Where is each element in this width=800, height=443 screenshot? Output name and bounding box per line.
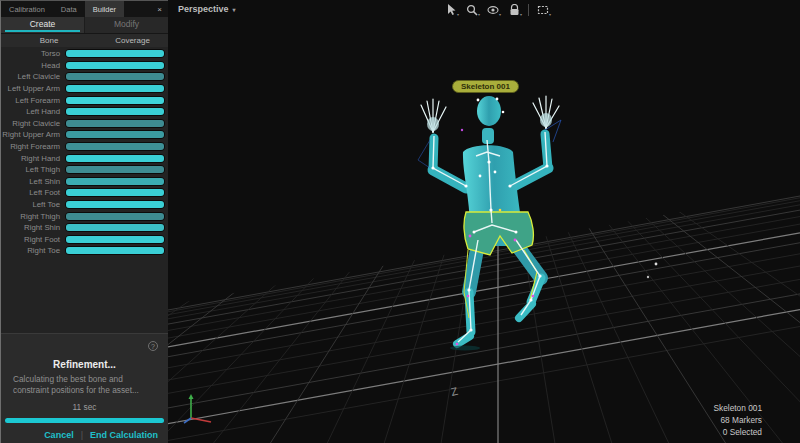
bone-row[interactable]: Left Thigh bbox=[1, 164, 165, 176]
action-separator: | bbox=[81, 430, 83, 440]
orbit-tool-icon[interactable]: ▾ bbox=[507, 3, 521, 17]
refinement-progress-fill bbox=[5, 418, 164, 423]
bone-row[interactable]: Left Upper Arm bbox=[1, 83, 165, 95]
3d-viewport[interactable]: Z bbox=[168, 0, 800, 443]
bone-row[interactable]: Right Thigh bbox=[1, 210, 165, 222]
bone-row[interactable]: Left Toe bbox=[1, 199, 165, 211]
coverage-bar bbox=[65, 212, 165, 221]
panel-tab-bar: Calibration Data Builder × bbox=[1, 1, 168, 17]
coverage-bar-fill bbox=[66, 108, 164, 115]
tab-builder[interactable]: Builder bbox=[85, 1, 124, 17]
bone-row[interactable]: Right Foot bbox=[1, 234, 165, 246]
bone-label: Left Shin bbox=[1, 177, 65, 186]
skeleton-figure[interactable] bbox=[418, 96, 561, 351]
bone-row[interactable]: Right Toe bbox=[1, 245, 165, 257]
status-selected-count: 0 Selected bbox=[714, 426, 762, 438]
bone-row[interactable]: Head bbox=[1, 60, 165, 72]
coverage-bar-fill bbox=[66, 224, 164, 231]
close-icon[interactable]: × bbox=[151, 1, 168, 17]
bone-row[interactable]: Right Hand bbox=[1, 152, 165, 164]
bone-label: Left Hand bbox=[1, 107, 65, 116]
coverage-bar-fill bbox=[66, 62, 164, 69]
skeleton-name-badge[interactable]: Skeleton 001 bbox=[452, 80, 519, 93]
cancel-button[interactable]: Cancel bbox=[44, 430, 74, 440]
status-asset-name: Skeleton 001 bbox=[714, 402, 762, 414]
bone-row[interactable]: Left Hand bbox=[1, 106, 165, 118]
coverage-bar-fill bbox=[66, 166, 164, 173]
bone-label: Right Thigh bbox=[1, 212, 65, 221]
bone-label: Right Clavicle bbox=[1, 119, 65, 128]
bone-label: Left Foot bbox=[1, 188, 65, 197]
coverage-bar bbox=[65, 177, 165, 186]
viewport-toolbar: ▾ ▾ ▾ ▾ ▾ bbox=[444, 2, 550, 17]
coverage-bar-fill bbox=[66, 189, 164, 196]
coverage-bar bbox=[65, 188, 165, 197]
column-coverage: Coverage bbox=[97, 36, 168, 45]
refinement-actions: Cancel | End Calculation bbox=[1, 430, 158, 440]
coverage-bar-fill bbox=[66, 97, 164, 104]
coverage-bar bbox=[65, 165, 165, 174]
coverage-bar bbox=[65, 84, 165, 93]
pan-tool-icon[interactable]: ▾ bbox=[486, 3, 500, 17]
bone-label: Left Toe bbox=[1, 200, 65, 209]
marquee-select-tool-icon[interactable]: ▾ bbox=[536, 3, 550, 17]
bone-row[interactable]: Left Forearm bbox=[1, 94, 165, 106]
coverage-table-header: Bone Coverage bbox=[1, 34, 168, 47]
refinement-section: ? Refinement... Calculating the best bon… bbox=[1, 333, 168, 443]
bone-row[interactable]: Left Shin bbox=[1, 176, 165, 188]
coverage-bar bbox=[65, 246, 165, 255]
end-calculation-button[interactable]: End Calculation bbox=[90, 430, 158, 440]
bone-row[interactable]: Torso bbox=[1, 48, 165, 60]
bone-row[interactable]: Right Forearm bbox=[1, 141, 165, 153]
coverage-bar-fill bbox=[66, 120, 164, 127]
coverage-bar-fill bbox=[66, 213, 164, 220]
bone-label: Right Toe bbox=[1, 246, 65, 255]
coverage-bar-fill bbox=[66, 85, 164, 92]
toolbar-separator bbox=[528, 4, 529, 16]
bone-row[interactable]: Right Shin bbox=[1, 222, 165, 234]
bone-row[interactable]: Left Foot bbox=[1, 187, 165, 199]
bone-label: Left Upper Arm bbox=[1, 84, 65, 93]
tab-calibration[interactable]: Calibration bbox=[1, 1, 53, 17]
zoom-tool-icon[interactable]: ▾ bbox=[465, 3, 479, 17]
help-icon[interactable]: ? bbox=[148, 341, 158, 351]
coverage-bar bbox=[65, 200, 165, 209]
chevron-down-icon: ▾ bbox=[233, 6, 236, 13]
bone-row[interactable]: Left Clavicle bbox=[1, 71, 165, 83]
view-selector-dropdown[interactable]: Perspective ▾ bbox=[178, 4, 236, 14]
stray-marker bbox=[655, 263, 658, 266]
elapsed-time: 11 sec bbox=[1, 402, 168, 412]
3d-scene[interactable]: Z bbox=[168, 0, 800, 443]
builder-subtabs: Create Modify bbox=[1, 17, 168, 34]
subtab-create[interactable]: Create bbox=[1, 17, 84, 33]
bone-label: Right Forearm bbox=[1, 142, 65, 151]
coverage-bar-fill bbox=[66, 201, 164, 208]
tab-data[interactable]: Data bbox=[53, 1, 85, 17]
bone-label: Right Foot bbox=[1, 235, 65, 244]
coverage-bar bbox=[65, 96, 165, 105]
coverage-bar-fill bbox=[66, 155, 164, 162]
coverage-bar-fill bbox=[66, 143, 164, 150]
subtab-modify[interactable]: Modify bbox=[84, 17, 168, 33]
bone-label: Torso bbox=[1, 49, 65, 58]
coverage-bar bbox=[65, 130, 165, 139]
coverage-bar-fill bbox=[66, 178, 164, 185]
select-tool-icon[interactable]: ▾ bbox=[444, 3, 458, 17]
refinement-title: Refinement... bbox=[1, 334, 168, 370]
bone-row[interactable]: Right Clavicle bbox=[1, 118, 165, 130]
bone-label: Right Shin bbox=[1, 223, 65, 232]
refinement-description: Calculating the best bone and constraint… bbox=[13, 374, 158, 396]
bone-label: Left Thigh bbox=[1, 165, 65, 174]
bone-label: Right Hand bbox=[1, 154, 65, 163]
coverage-bar bbox=[65, 119, 165, 128]
axis-gizmo-icon bbox=[184, 394, 211, 423]
bone-row[interactable]: Right Upper Arm bbox=[1, 129, 165, 141]
coverage-bar-fill bbox=[66, 73, 164, 80]
coverage-bar bbox=[65, 142, 165, 151]
bone-label: Right Upper Arm bbox=[1, 130, 65, 139]
z-axis-label: Z bbox=[450, 385, 460, 398]
coverage-bar-fill bbox=[66, 236, 164, 243]
bone-label: Head bbox=[1, 61, 65, 70]
motive-window: Calibration Data Builder × Create Modify… bbox=[0, 0, 800, 443]
coverage-bar bbox=[65, 154, 165, 163]
